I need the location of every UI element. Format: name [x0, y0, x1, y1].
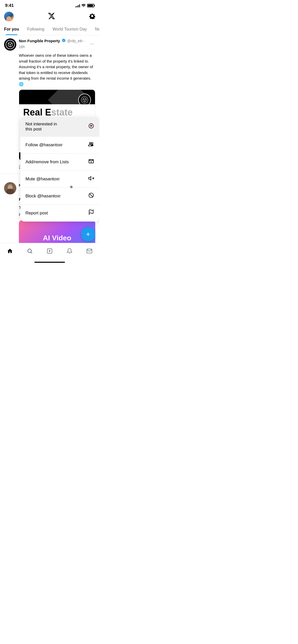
status-bar: 9:41	[0, 0, 99, 10]
not-interested-icon	[88, 123, 94, 130]
svg-point-16	[28, 249, 31, 253]
more-options-1[interactable]: ···	[89, 41, 95, 47]
menu-block[interactable]: Block @hasantoxr	[20, 188, 99, 205]
mute-icon	[88, 175, 94, 183]
add-list-icon	[88, 158, 94, 166]
tweet-avatar-nfp[interactable]	[4, 38, 16, 51]
svg-line-10	[89, 194, 93, 197]
context-menu: Not interested inthis post Follow @hasan…	[20, 117, 99, 222]
tweet-time-1: ·	[84, 39, 85, 43]
menu-follow[interactable]: Follow @hasantoxr	[20, 137, 99, 154]
home-icon	[7, 248, 13, 256]
tab-world-tourism-day[interactable]: World Tourism Day	[48, 23, 91, 35]
menu-report-label: Report post	[25, 211, 48, 216]
menu-report[interactable]: Report post	[20, 205, 99, 222]
tweet-time-val-1: 16h	[19, 45, 25, 49]
status-time: 9:41	[5, 3, 14, 8]
menu-follow-label: Follow @hasantoxr	[25, 142, 63, 148]
tweet-author-1: Non Fungible Property	[19, 39, 60, 43]
tweet-handle-1: @nfp_eth	[67, 39, 83, 43]
block-icon	[88, 192, 94, 200]
verified-badge-1	[62, 38, 66, 43]
bell-icon	[66, 248, 73, 256]
svg-point-3	[90, 125, 91, 126]
mail-icon	[86, 248, 92, 256]
menu-block-label: Block @hasantoxr	[25, 194, 61, 199]
tab-bar: For you Following World Tourism Day New …	[0, 23, 99, 35]
card-header	[19, 90, 95, 104]
nav-compose[interactable]	[43, 246, 57, 258]
home-indicator	[34, 262, 65, 263]
drag-indicator	[70, 186, 73, 188]
menu-mute[interactable]: Mute @hasantoxr	[20, 171, 99, 188]
status-icons	[75, 4, 94, 8]
signal-icon	[75, 4, 80, 7]
compose-fab[interactable]: +	[81, 227, 95, 241]
tab-following[interactable]: Following	[23, 23, 49, 35]
battery-icon	[87, 4, 94, 7]
report-icon	[88, 209, 94, 217]
tab-for-you[interactable]: For you	[0, 23, 23, 35]
nav-notifications[interactable]	[62, 246, 77, 258]
tweet-meta-1: Non Fungible Property @nfp_eth · 16h ···	[19, 38, 95, 49]
card-title: Real Estate	[23, 107, 91, 118]
x-logo	[48, 12, 55, 21]
compose-icon	[47, 248, 53, 256]
nav-messages[interactable]	[82, 246, 97, 258]
compose-fab-icon: +	[86, 230, 90, 238]
search-icon	[27, 248, 33, 256]
tweet-content-1: Whoever owns one of these tokens owns a …	[19, 53, 95, 87]
nav-search[interactable]	[23, 246, 37, 258]
menu-mute-label: Mute @hasantoxr	[25, 177, 60, 182]
nav-home[interactable]	[3, 246, 17, 258]
follow-icon	[88, 141, 94, 149]
settings-button[interactable]	[89, 13, 95, 20]
menu-not-interested-label: Not interested inthis post	[25, 122, 57, 132]
card-logo	[78, 94, 91, 104]
menu-add-list[interactable]: Add/remove from Lists	[20, 154, 99, 171]
header	[0, 10, 99, 23]
tab-new[interactable]: New A	[91, 23, 99, 35]
user-avatar[interactable]	[4, 12, 14, 21]
bottom-nav	[0, 243, 99, 264]
tweet-name-row-1: Non Fungible Property @nfp_eth · 16h ···	[19, 38, 95, 49]
wifi-icon	[82, 4, 86, 8]
svg-marker-6	[89, 177, 91, 180]
tweet-avatar-hasan[interactable]	[4, 182, 16, 194]
tweet-header-1: Non Fungible Property @nfp_eth · 16h ···	[4, 38, 95, 51]
menu-add-list-label: Add/remove from Lists	[25, 159, 69, 165]
menu-not-interested[interactable]: Not interested inthis post	[20, 117, 99, 137]
